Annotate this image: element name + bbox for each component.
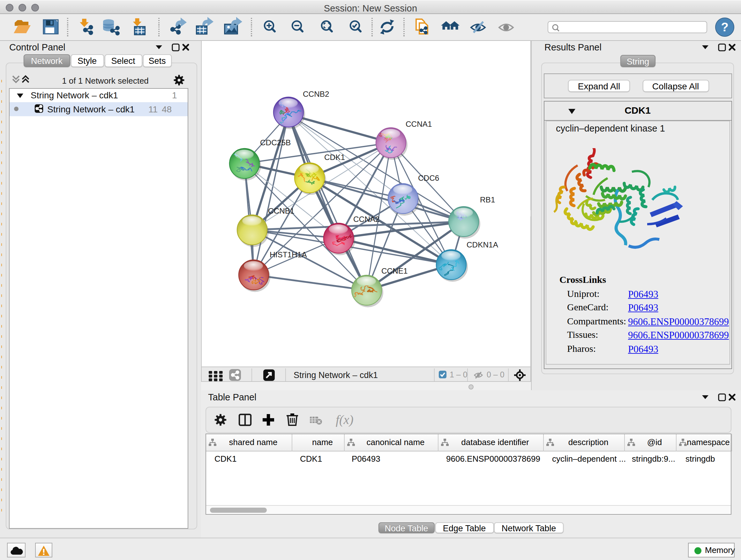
svg-text:CDC6: CDC6 bbox=[418, 173, 439, 182]
svg-text:f(x): f(x) bbox=[336, 413, 354, 427]
svg-text:CCNA2: CCNA2 bbox=[353, 214, 380, 223]
svg-text:?: ? bbox=[721, 20, 728, 34]
svg-text:RB1: RB1 bbox=[480, 195, 495, 204]
svg-text:CCNA1: CCNA1 bbox=[406, 119, 432, 128]
svg-text:CCNE1: CCNE1 bbox=[381, 266, 408, 275]
svg-text:CDKN1A: CDKN1A bbox=[467, 240, 498, 249]
svg-text:HIST1H1A: HIST1H1A bbox=[270, 250, 307, 259]
svg-text:CCNB1: CCNB1 bbox=[268, 206, 294, 215]
svg-text:CDK1: CDK1 bbox=[324, 152, 345, 161]
svg-text:CDC25B: CDC25B bbox=[260, 138, 291, 146]
svg-text:CCNB2: CCNB2 bbox=[303, 89, 329, 98]
